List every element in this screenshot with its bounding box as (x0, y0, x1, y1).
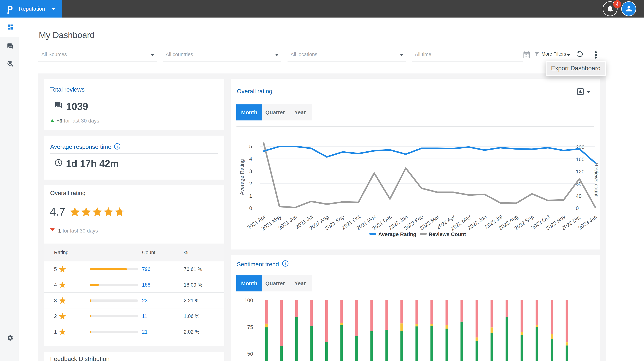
svg-text:2: 2 (249, 181, 252, 186)
svg-text:0: 0 (576, 205, 579, 211)
svg-text:0: 0 (249, 205, 252, 211)
svg-text:Average Rating: Average Rating (378, 231, 416, 237)
svg-text:120: 120 (576, 169, 584, 175)
svg-text:3: 3 (249, 168, 252, 174)
svg-text:Reviews count: Reviews count (594, 163, 599, 197)
svg-text:Average Rating: Average Rating (239, 159, 245, 195)
svg-text:75: 75 (247, 324, 253, 330)
svg-text:40: 40 (576, 193, 582, 199)
svg-text:Reviews Count: Reviews Count (428, 231, 466, 237)
svg-text:1: 1 (249, 193, 252, 199)
svg-text:100: 100 (244, 297, 253, 303)
svg-text:4: 4 (249, 156, 252, 162)
svg-text:50: 50 (247, 351, 253, 357)
svg-text:160: 160 (576, 156, 584, 162)
svg-text:5: 5 (249, 144, 252, 149)
